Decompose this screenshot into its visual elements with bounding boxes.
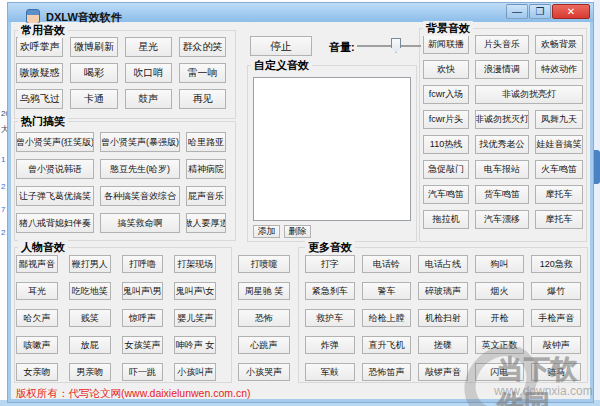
sound-button[interactable]: 欢呼掌声 <box>16 37 63 57</box>
sound-button[interactable]: 给枪上膛 <box>362 309 412 327</box>
sound-button[interactable]: 小孩叫声 <box>174 363 216 381</box>
sound-button[interactable]: 嗷嗷疑惑 <box>16 63 63 83</box>
sound-button[interactable]: 电车报站 <box>475 160 529 179</box>
close-button[interactable]: ✕ <box>552 4 590 19</box>
delete-button[interactable]: 删除 <box>284 225 311 238</box>
sound-button[interactable]: 新闻联播 <box>423 35 469 54</box>
sound-button[interactable]: 机枪扫射 <box>418 309 468 327</box>
sound-button[interactable]: 曾小贤说韩语 <box>16 159 94 179</box>
sound-button[interactable]: 微博刷新 <box>70 37 117 57</box>
sound-button[interactable]: 电话铃 <box>362 255 412 273</box>
sound-button[interactable]: 曾小贤笑声(狂笑版) <box>16 132 94 152</box>
sound-button[interactable]: 让子弹飞葛优搞笑 <box>16 186 94 206</box>
sound-button[interactable]: 吹口哨 <box>125 63 172 83</box>
sound-button[interactable]: 碎玻璃声 <box>418 282 468 300</box>
minimize-button[interactable]: — <box>506 4 528 19</box>
sound-button[interactable]: 找优秀老公 <box>475 135 529 154</box>
sound-button[interactable]: 放屁 <box>69 336 111 354</box>
add-button[interactable]: 添加 <box>253 225 280 238</box>
sound-button[interactable]: 再见 <box>179 89 226 109</box>
sound-button[interactable]: 凤舞九天 <box>535 110 583 129</box>
sound-button[interactable]: 紧急刹车 <box>305 282 355 300</box>
sound-button[interactable]: 憨豆先生(哈罗) <box>100 159 180 179</box>
sound-button[interactable]: 女亲吻 <box>16 363 58 381</box>
sound-button[interactable]: 炸弹 <box>305 336 355 354</box>
sound-button[interactable]: 开枪 <box>475 309 525 327</box>
sound-button[interactable]: 汽车鸣笛 <box>423 185 469 204</box>
sound-button[interactable]: 爆竹 <box>531 282 581 300</box>
sound-button[interactable]: 呻吟声 女 <box>174 336 216 354</box>
sound-button[interactable]: 恐怖 <box>238 309 290 327</box>
sound-button[interactable]: fcwr入场 <box>423 85 469 104</box>
sound-button[interactable]: 110热线 <box>423 135 469 154</box>
sound-button[interactable]: 打架现场 <box>174 255 216 273</box>
sound-button[interactable]: 打喷嚏 <box>238 255 290 273</box>
maximize-button[interactable]: ❐ <box>529 4 551 19</box>
sound-button[interactable]: 乌鸦飞过 <box>16 89 63 109</box>
sound-button[interactable]: 做人要厚道 <box>186 213 226 233</box>
sound-button[interactable]: 摩托车 <box>535 210 583 229</box>
sound-button[interactable]: 电话占线 <box>418 255 468 273</box>
volume-slider-track[interactable] <box>357 45 421 47</box>
sound-button[interactable]: 吓一跳 <box>122 363 164 381</box>
sound-button[interactable]: 警车 <box>362 282 412 300</box>
sound-button[interactable]: 耳光 <box>16 282 58 300</box>
sound-button[interactable]: 猪八戒背媳妇伴奏 <box>16 213 94 233</box>
sound-button[interactable]: 手枪声音 <box>531 309 581 327</box>
sound-button[interactable]: 星光 <box>125 37 172 57</box>
sound-button[interactable]: 哈欠声 <box>16 309 58 327</box>
sound-button[interactable]: 搓碟 <box>418 336 468 354</box>
sound-button[interactable]: 恐怖笛声 <box>362 363 412 381</box>
sound-button[interactable]: 货车鸣笛 <box>475 185 529 204</box>
sound-button[interactable]: 鞭打男人 <box>69 255 111 273</box>
sound-button[interactable]: 贱笑 <box>69 309 111 327</box>
sound-button[interactable]: 咳嗽声 <box>16 336 58 354</box>
sound-button[interactable]: 周星驰 笑 <box>238 282 290 300</box>
sound-button[interactable]: 女孩笑声 <box>122 336 164 354</box>
sound-button[interactable]: 惊呼声 <box>122 309 164 327</box>
sound-button[interactable]: 哈里路亚 <box>186 132 226 152</box>
sound-button[interactable]: 烟火 <box>475 282 525 300</box>
sound-button[interactable]: 片头音乐 <box>475 35 529 54</box>
sound-button[interactable]: 各种搞笑音效综合 <box>100 186 180 206</box>
sound-button[interactable]: 精神病院 <box>186 159 226 179</box>
sound-button[interactable]: 吃吃地笑 <box>69 282 111 300</box>
sound-button[interactable]: 火车鸣笛 <box>535 160 583 179</box>
stop-button[interactable]: 停止 <box>250 36 312 56</box>
sound-button[interactable]: 非诚勿扰亮灯 <box>475 85 583 104</box>
sound-button[interactable]: 欢畅背景 <box>535 35 583 54</box>
sound-button[interactable]: 特效动作 <box>535 60 583 79</box>
sound-button[interactable]: 娃娃音搞笑 <box>535 135 583 154</box>
sound-button[interactable]: 打呼噜 <box>122 255 164 273</box>
sound-button[interactable]: 鬼叫声\女 <box>174 282 216 300</box>
sound-button[interactable]: 120急救 <box>531 255 581 273</box>
sound-button[interactable]: 浪漫情调 <box>475 60 529 79</box>
sound-button[interactable]: 鄙视声音 <box>16 255 58 273</box>
sound-button[interactable]: 非诚勿扰灭灯 <box>475 110 529 129</box>
sound-button[interactable]: 急促敲门 <box>423 160 469 179</box>
sound-button[interactable]: 鼓声 <box>125 89 172 109</box>
sound-button[interactable]: 拖拉机 <box>423 210 469 229</box>
sound-button[interactable]: 小孩哭声 <box>238 363 290 381</box>
sound-button[interactable]: 群众的笑 <box>179 37 226 57</box>
sound-button[interactable]: fcwr片头 <box>423 110 469 129</box>
sound-button[interactable]: 男亲吻 <box>69 363 111 381</box>
sound-button[interactable]: 屁声音乐 <box>186 186 226 206</box>
sound-button[interactable]: 鬼叫声\男 <box>122 282 164 300</box>
sound-button[interactable]: 汽车漂移 <box>475 210 529 229</box>
sound-button[interactable]: 搞笑救命啊 <box>100 213 180 233</box>
sound-button[interactable]: 摩托车 <box>535 185 583 204</box>
sound-button[interactable]: 卡通 <box>70 89 117 109</box>
sound-button[interactable]: 雷一响 <box>179 63 226 83</box>
sound-button[interactable]: 救护车 <box>305 309 355 327</box>
sound-button[interactable]: 喝彩 <box>70 63 117 83</box>
sound-button[interactable]: 曾小贤笑声(暴强版) <box>100 132 180 152</box>
sound-button[interactable]: 心跳声 <box>238 336 290 354</box>
sound-button[interactable]: 敲锣声音 <box>418 363 468 381</box>
sound-button[interactable]: 欢快 <box>423 60 469 79</box>
sound-button[interactable]: 打字 <box>305 255 355 273</box>
sound-button[interactable]: 军鼓 <box>305 363 355 381</box>
custom-sounds-listbox[interactable] <box>253 77 411 221</box>
sound-button[interactable]: 婴儿笑声 <box>174 309 216 327</box>
sound-button[interactable]: 狗叫 <box>475 255 525 273</box>
